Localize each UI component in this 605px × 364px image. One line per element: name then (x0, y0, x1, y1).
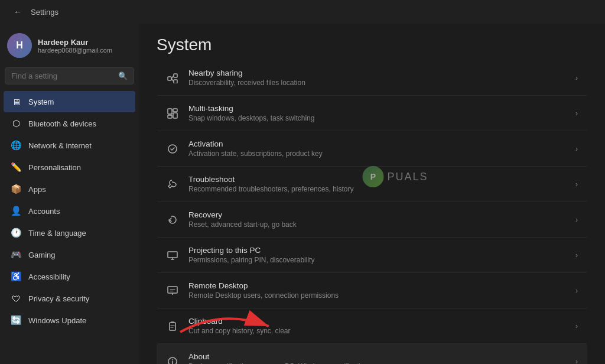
settings-item-activation[interactable]: ActivationActivation state, subscription… (157, 131, 587, 167)
svg-rect-6 (173, 109, 177, 112)
sidebar-item-accounts[interactable]: 👤Accounts (4, 200, 135, 222)
sidebar-label-personalisation: Personalisation (28, 163, 81, 172)
settings-chevron-clipboard: › (575, 322, 578, 330)
svg-rect-7 (173, 113, 177, 118)
sidebar-icon-apps: 📦 (11, 184, 21, 194)
sidebar-item-system[interactable]: 🖥System (4, 91, 135, 112)
sidebar-icon-accessibility: ♿ (11, 271, 21, 282)
settings-title-nearby-sharing: Nearby sharing (188, 69, 566, 77)
sidebar-icon-time: 🕐 (11, 228, 21, 238)
user-name: Hardeep Kaur (38, 38, 112, 47)
sidebar-item-gaming[interactable]: 🎮Gaming (4, 244, 135, 265)
sidebar-label-bluetooth: Bluetooth & devices (28, 119, 96, 128)
search-input[interactable] (11, 72, 113, 80)
settings-chevron-nearby-sharing: › (575, 74, 578, 82)
settings-chevron-projecting: › (575, 251, 578, 259)
sidebar-item-accessibility[interactable]: ♿Accessibility (4, 266, 135, 287)
settings-desc-recovery: Reset, advanced start-up, go back (188, 220, 566, 229)
settings-item-remote-desktop[interactable]: Remote DesktopRemote Desktop users, conn… (157, 273, 587, 308)
settings-title-recovery: Recovery (188, 210, 566, 219)
sidebar-item-bluetooth[interactable]: ⬡Bluetooth & devices (4, 113, 135, 134)
sidebar-icon-system: 🖥 (11, 96, 21, 107)
settings-icon-nearby-sharing (166, 72, 179, 84)
svg-rect-10 (168, 252, 177, 258)
settings-chevron-remote-desktop: › (575, 287, 578, 295)
avatar-initials: H (7, 33, 32, 58)
sidebar-label-privacy: Privacy & security (28, 294, 89, 303)
nav-list: 🖥System⬡Bluetooth & devices🌐Network & in… (0, 90, 139, 332)
sidebar-item-personalisation[interactable]: ✏️Personalisation (4, 157, 135, 178)
settings-item-clipboard[interactable]: ClipboardCut and copy history, sync, cle… (157, 308, 587, 344)
search-icon: 🔍 (118, 72, 128, 80)
settings-item-recovery[interactable]: RecoveryReset, advanced start-up, go bac… (157, 202, 587, 238)
avatar: H (7, 33, 32, 58)
svg-rect-1 (174, 74, 177, 77)
settings-icon-clipboard (166, 320, 179, 333)
settings-chevron-troubleshoot: › (575, 180, 578, 188)
sidebar-item-network[interactable]: 🌐Network & internet (4, 135, 135, 156)
user-email: hardeep0688@gmail.com (38, 47, 112, 54)
settings-chevron-about: › (575, 358, 578, 365)
settings-desc-nearby-sharing: Discoverability, received files location (188, 79, 566, 87)
sidebar-label-network: Network & internet (28, 141, 92, 150)
settings-item-troubleshoot[interactable]: TroubleshootRecommended troubleshooters,… (157, 167, 587, 202)
settings-icon-projecting (166, 249, 179, 262)
sidebar-item-privacy[interactable]: 🛡Privacy & security (4, 288, 135, 309)
back-button[interactable]: ← (9, 4, 26, 20)
settings-desc-activation: Activation state, subscriptions, product… (188, 150, 566, 158)
user-info: Hardeep Kaur hardeep0688@gmail.com (38, 38, 112, 54)
settings-desc-multitasking: Snap windows, desktops, task switching (188, 114, 566, 122)
settings-chevron-multitasking: › (575, 109, 578, 118)
sidebar-item-apps[interactable]: 📦Apps (4, 178, 135, 200)
user-profile[interactable]: H Hardeep Kaur hardeep0688@gmail.com (0, 24, 139, 67)
settings-list: Nearby sharingDiscoverability, received … (139, 60, 605, 364)
svg-rect-0 (168, 77, 171, 80)
settings-icon-about (166, 355, 179, 365)
sidebar-label-update: Windows Update (28, 316, 86, 325)
page-title: System (157, 35, 587, 54)
search-container: 🔍 (0, 67, 139, 90)
settings-icon-troubleshoot (166, 178, 179, 191)
svg-rect-15 (170, 323, 175, 330)
sidebar-icon-bluetooth: ⬡ (11, 118, 21, 129)
sidebar-item-time[interactable]: 🕐Time & language (4, 222, 135, 243)
sidebar-label-time: Time & language (28, 229, 86, 238)
title-bar-text: Settings (31, 8, 58, 17)
sidebar-icon-privacy: 🛡 (11, 293, 21, 304)
sidebar-icon-accounts: 👤 (11, 206, 21, 216)
settings-item-nearby-sharing[interactable]: Nearby sharingDiscoverability, received … (157, 60, 587, 96)
settings-desc-remote-desktop: Remote Desktop users, connection permiss… (188, 291, 566, 300)
content-wrapper: System Nearby sharingDiscoverability, re… (139, 24, 605, 364)
settings-chevron-activation: › (575, 145, 578, 153)
content-header: System (139, 24, 605, 60)
settings-title-clipboard: Clipboard (188, 317, 566, 326)
settings-desc-clipboard: Cut and copy history, sync, clear (188, 327, 566, 335)
settings-desc-troubleshoot: Recommended troubleshooters, preferences… (188, 185, 566, 193)
settings-item-projecting[interactable]: Projecting to this PCPermissions, pairin… (157, 238, 587, 273)
settings-title-troubleshoot: Troubleshoot (188, 175, 566, 184)
main-layout: H Hardeep Kaur hardeep0688@gmail.com 🔍 🖥… (0, 24, 605, 364)
title-bar: ← Settings (0, 0, 605, 24)
svg-rect-5 (168, 109, 172, 114)
settings-chevron-recovery: › (575, 216, 578, 224)
svg-rect-2 (174, 80, 177, 83)
sidebar-icon-update: 🔄 (11, 315, 21, 326)
sidebar-item-update[interactable]: 🔄Windows Update (4, 310, 135, 331)
settings-title-activation: Activation (188, 139, 566, 148)
settings-title-about: About (188, 352, 566, 361)
search-box[interactable]: 🔍 (5, 67, 134, 84)
sidebar-icon-gaming: 🎮 (11, 249, 21, 260)
sidebar-label-accounts: Accounts (28, 207, 60, 216)
content: System Nearby sharingDiscoverability, re… (139, 24, 605, 364)
settings-icon-multitasking (166, 107, 179, 120)
sidebar-label-accessibility: Accessibility (28, 272, 70, 281)
sidebar-label-system: System (28, 98, 54, 106)
sidebar-icon-personalisation: ✏️ (11, 162, 21, 173)
sidebar-label-apps: Apps (28, 185, 46, 194)
settings-icon-remote-desktop (166, 284, 179, 297)
settings-item-multitasking[interactable]: Multi-taskingSnap windows, desktops, tas… (157, 96, 587, 131)
settings-icon-activation (166, 142, 179, 155)
settings-title-projecting: Projecting to this PC (188, 246, 566, 255)
sidebar: H Hardeep Kaur hardeep0688@gmail.com 🔍 🖥… (0, 24, 139, 364)
settings-item-about[interactable]: AboutDevice specifications, rename PC, W… (157, 344, 587, 364)
